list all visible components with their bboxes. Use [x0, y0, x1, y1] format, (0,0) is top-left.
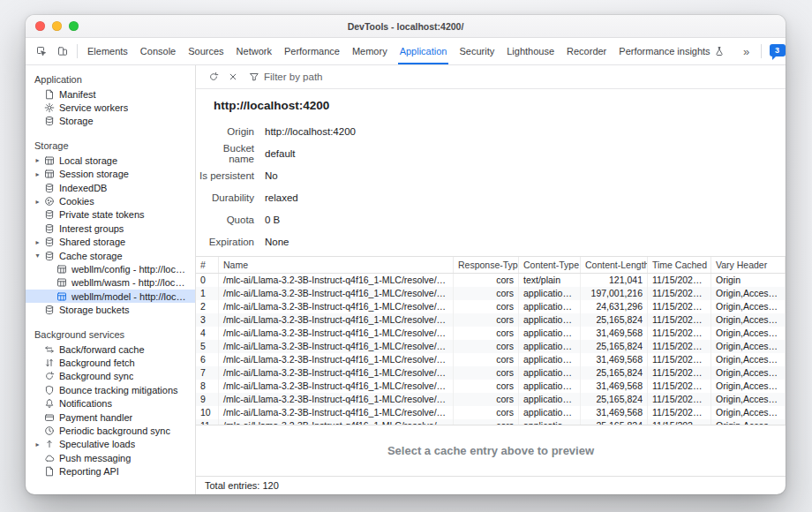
sidebar-item-background-fetch[interactable]: Background fetch [26, 356, 195, 369]
chevron-right-icon[interactable]: ▸ [32, 170, 43, 178]
sidebar-item-reporting-api[interactable]: Reporting API [26, 464, 195, 478]
sidebar-item-shared-storage[interactable]: ▸Shared storage [26, 236, 195, 249]
chevron-right-icon[interactable]: ▸ [32, 238, 43, 246]
sidebar-item-speculative-loads[interactable]: ▸Speculative loads [26, 438, 195, 451]
zoom-window-button[interactable] [69, 21, 79, 31]
close-window-button[interactable] [35, 21, 45, 31]
cache-entry-row-3[interactable]: 3/mlc-ai/Llama-3.2-3B-Instruct-q4f16_1-M… [196, 313, 786, 327]
tab-security[interactable]: Security [453, 38, 500, 64]
metadata-label: Is persistent [196, 170, 254, 181]
cell-response-type: cors [454, 274, 519, 287]
column-header-content-length[interactable]: Content-Length [581, 257, 648, 273]
sidebar-item-webllm-wasm-http-loca[interactable]: webllm/wasm - http://loca… [26, 276, 195, 290]
tab-console[interactable]: Console [134, 38, 182, 64]
sidebar-item-back-forward-cache[interactable]: Back/forward cache [26, 343, 195, 356]
cell-time-cached: 11/15/2024, 10… [648, 313, 711, 327]
cache-entry-row-2[interactable]: 2/mlc-ai/Llama-3.2-3B-Instruct-q4f16_1-M… [196, 300, 786, 313]
cell-name: /mlc-ai/Llama-3.2-3B-Instruct-q4f16_1-ML… [219, 366, 454, 380]
tab-application[interactable]: Application [394, 38, 454, 64]
sidebar-item-manifest[interactable]: Manifest [26, 87, 195, 101]
chevron-right-icon[interactable]: ▸ [32, 156, 43, 164]
chevron-right-icon[interactable]: ▸ [32, 440, 43, 448]
sidebar-item-background-sync[interactable]: Background sync [26, 370, 195, 383]
filter-by-path-input[interactable]: Filter by path [248, 72, 322, 83]
minimize-window-button[interactable] [52, 21, 62, 31]
column-header-vary-header[interactable]: Vary Header [711, 257, 786, 273]
cache-entry-row-0[interactable]: 0/mlc-ai/Llama-3.2-3B-Instruct-q4f16_1-M… [196, 274, 786, 287]
cell-vary-header: Origin,Access… [711, 406, 786, 419]
tab-elements[interactable]: Elements [81, 38, 134, 64]
sidebar-item-label: Storage [59, 116, 94, 126]
column-header-content-type[interactable]: Content-Type [519, 257, 581, 273]
sidebar-item-interest-groups[interactable]: Interest groups [26, 222, 195, 235]
metadata-value: relaxed [265, 192, 298, 203]
cell-time-cached: 11/15/2024, 10… [648, 393, 711, 406]
cell-vary-header: Origin,Access… [711, 300, 786, 313]
tab-recorder[interactable]: Recorder [560, 38, 613, 64]
issues-badge[interactable]: 3 [770, 44, 786, 56]
chevron-down-icon[interactable]: ▾ [32, 252, 43, 260]
cell-content-type: text/plain [519, 274, 581, 287]
fetch-arrows-icon [43, 357, 55, 368]
cache-entry-row-5[interactable]: 5/mlc-ai/Llama-3.2-3B-Instruct-q4f16_1-M… [196, 340, 786, 353]
sidebar-item-service-workers[interactable]: Service workers [26, 101, 195, 114]
sidebar-item-storage[interactable]: Storage [26, 115, 195, 128]
cache-toolbar: Filter by path [196, 65, 786, 89]
sidebar-item-push-messaging[interactable]: Push messaging [26, 451, 195, 464]
cell-time-cached: 11/15/2024, 10… [648, 380, 711, 393]
column-header-[interactable]: # [196, 257, 219, 273]
sidebar-item-indexeddb[interactable]: IndexedDB [26, 181, 195, 194]
cell-time-cached: 11/15/2024, 10… [648, 340, 711, 353]
column-header-time-cached[interactable]: Time Cached [648, 257, 711, 273]
inspect-element-icon[interactable] [31, 41, 52, 62]
cell-: 3 [196, 313, 219, 327]
sidebar-item-cookies[interactable]: ▸Cookies [26, 194, 195, 207]
filter-icon [248, 72, 259, 83]
tab-sources[interactable]: Sources [182, 38, 229, 64]
cell-vary-header: Origin,Access… [711, 353, 786, 366]
cache-entry-row-9[interactable]: 9/mlc-ai/Llama-3.2-3B-Instruct-q4f16_1-M… [196, 393, 786, 406]
cell-vary-header: Origin,Access… [711, 380, 786, 393]
column-header-name[interactable]: Name [219, 257, 454, 273]
tab-lighthouse[interactable]: Lighthouse [500, 38, 560, 64]
sidebar-item-periodic-background-sync[interactable]: Periodic background sync [26, 424, 195, 437]
sidebar-item-webllm-model-http-loc[interactable]: webllm/model - http://loc… [26, 290, 195, 303]
sidebar-item-label: Back/forward cache [59, 344, 145, 355]
cache-entry-row-6[interactable]: 6/mlc-ai/Llama-3.2-3B-Instruct-q4f16_1-M… [196, 353, 786, 366]
more-tabs-icon[interactable]: » [736, 41, 757, 62]
delete-selected-icon[interactable] [223, 67, 243, 87]
cache-entry-row-7[interactable]: 7/mlc-ai/Llama-3.2-3B-Instruct-q4f16_1-M… [196, 366, 786, 380]
flask-icon [714, 46, 726, 57]
sidebar-item-label: Bounce tracking mitigations [59, 385, 178, 395]
grid-icon [56, 263, 67, 275]
cell-content-type: application/oc… [519, 313, 581, 327]
sidebar-item-webllm-config-http-loc[interactable]: webllm/config - http://loc… [26, 262, 195, 275]
cache-entries-table: #NameResponse-TypeContent-TypeContent-Le… [196, 256, 786, 425]
sidebar-item-local-storage[interactable]: ▸Local storage [26, 154, 195, 167]
cache-entry-row-10[interactable]: 10/mlc-ai/Llama-3.2-3B-Instruct-q4f16_1-… [196, 406, 786, 419]
cell-time-cached: 11/15/2024, 10… [648, 327, 711, 340]
device-toolbar-icon[interactable] [52, 41, 73, 62]
column-header-response-type[interactable]: Response-Type [454, 257, 519, 273]
sidebar-item-payment-handler[interactable]: Payment handler [26, 410, 195, 424]
tab-network[interactable]: Network [230, 38, 278, 64]
cache-entry-row-1[interactable]: 1/mlc-ai/Llama-3.2-3B-Instruct-q4f16_1-M… [196, 287, 786, 300]
cell-: 0 [196, 274, 219, 287]
tab-performance[interactable]: Performance [278, 38, 346, 64]
sidebar-item-private-state-tokens[interactable]: Private state tokens [26, 208, 195, 222]
metadata-value: default [265, 148, 296, 159]
sidebar-item-session-storage[interactable]: ▸Session storage [26, 168, 195, 181]
sidebar-item-bounce-tracking-mitigations[interactable]: Bounce tracking mitigations [26, 383, 195, 396]
tab-memory[interactable]: Memory [346, 38, 394, 64]
metadata-row-quota: Quota0 B [196, 208, 786, 230]
tab-performance-insights[interactable]: Performance insights [613, 38, 735, 64]
sidebar-item-notifications[interactable]: Notifications [26, 396, 195, 410]
sidebar-item-cache-storage[interactable]: ▾Cache storage [26, 249, 195, 262]
titlebar: DevTools - localhost:4200/ [26, 15, 786, 38]
cache-entry-row-4[interactable]: 4/mlc-ai/Llama-3.2-3B-Instruct-q4f16_1-M… [196, 327, 786, 340]
chevron-right-icon[interactable]: ▸ [32, 198, 43, 206]
sidebar-item-storage-buckets[interactable]: Storage buckets [26, 303, 195, 316]
cache-entry-row-8[interactable]: 8/mlc-ai/Llama-3.2-3B-Instruct-q4f16_1-M… [196, 380, 786, 393]
cell-response-type: cors [454, 393, 519, 406]
refresh-icon[interactable] [204, 67, 223, 87]
